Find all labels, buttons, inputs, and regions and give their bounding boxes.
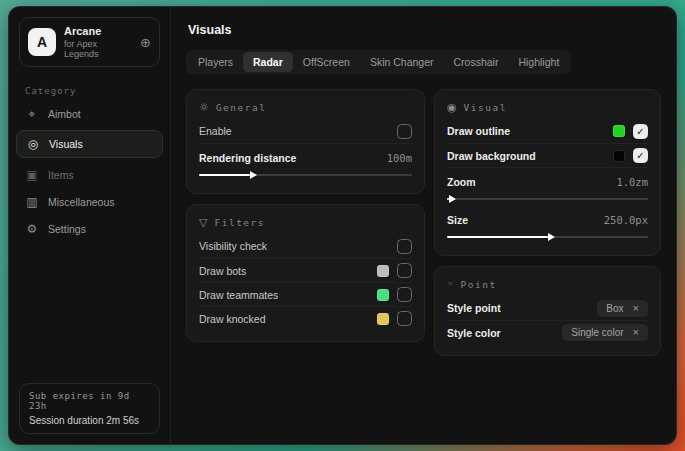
sidebar-nav: ⌖ Aimbot ◎ Visuals ▣ Items ▥ Miscellaneo…: [9, 100, 170, 242]
page-title: Visuals: [188, 23, 661, 37]
style-point-value: Box: [606, 303, 623, 314]
enable-checkbox[interactable]: ✓: [397, 124, 412, 139]
slider-fill[interactable]: [199, 174, 250, 176]
sidebar-item-items[interactable]: ▣ Items: [9, 161, 170, 188]
zoom-label: Zoom: [447, 176, 616, 188]
general-icon: ☼: [199, 101, 209, 114]
items-icon: ▣: [25, 168, 39, 182]
sidebar-spacer: [9, 242, 170, 373]
target-icon[interactable]: ⊕: [140, 35, 151, 50]
point-icon: ◦: [447, 278, 454, 291]
general-panel-header: ☼ General: [199, 101, 412, 114]
sidebar-item-label: Miscellaneous: [48, 196, 115, 208]
style-color-select[interactable]: Single color ×: [562, 324, 648, 341]
point-panel: ◦ Point Style point Box × Style color: [434, 266, 661, 356]
rendering-distance-value: 100m: [387, 152, 412, 164]
style-point-row: Style point Box ×: [447, 296, 648, 320]
tab-skin-changer[interactable]: Skin Changer: [360, 52, 444, 72]
draw-teammates-row: Draw teammates ✓: [199, 282, 412, 306]
sidebar-item-visuals[interactable]: ◎ Visuals: [16, 130, 163, 158]
enable-label: Enable: [199, 125, 389, 137]
app-header-card: A Arcane for Apex Legends ⊕: [19, 17, 160, 67]
visibility-check-checkbox[interactable]: ✓: [397, 239, 412, 254]
right-column: ◉ Visual Draw outline ✓ Draw background …: [434, 89, 661, 366]
size-label: Size: [447, 214, 604, 226]
draw-outline-color-swatch[interactable]: [613, 125, 625, 137]
tab-offscreen[interactable]: OffScreen: [293, 52, 360, 72]
sidebar-item-label: Aimbot: [48, 108, 81, 120]
panel-title: Point: [461, 279, 497, 290]
sub-expires-text: Sub expires in 9d 23h: [29, 391, 150, 411]
rendering-distance-slider[interactable]: [199, 171, 412, 179]
draw-bots-label: Draw bots: [199, 265, 367, 277]
draw-background-color-swatch[interactable]: [613, 150, 625, 162]
size-row: Size 250.0px: [447, 206, 648, 244]
filters-panel-header: ▽ Filters: [199, 216, 412, 229]
app-subtitle: for Apex Legends: [64, 39, 132, 59]
visual-panel-header: ◉ Visual: [447, 101, 648, 114]
draw-bots-row: Draw bots ✓: [199, 258, 412, 282]
slider-track: [447, 198, 648, 200]
visual-panel: ◉ Visual Draw outline ✓ Draw background …: [434, 89, 661, 256]
visuals-icon: ◎: [26, 137, 40, 151]
tab-crosshair[interactable]: Crosshair: [444, 52, 509, 72]
panel-title: General: [216, 102, 267, 113]
session-duration-text: Session duration 2m 56s: [29, 415, 150, 426]
sidebar-item-settings[interactable]: ⚙ Settings: [9, 215, 170, 242]
category-label: Category: [25, 86, 170, 96]
draw-outline-checkbox[interactable]: ✓: [633, 124, 648, 139]
panel-title: Visual: [464, 102, 507, 113]
draw-outline-label: Draw outline: [447, 125, 603, 137]
visibility-check-row: Visibility check ✓: [199, 234, 412, 258]
style-color-label: Style color: [447, 327, 562, 339]
style-point-select[interactable]: Box ×: [597, 300, 648, 317]
zoom-value: 1.0zm: [616, 176, 648, 188]
slider-fill[interactable]: [447, 236, 548, 238]
draw-bots-checkbox[interactable]: ✓: [397, 263, 412, 278]
app-titles: Arcane for Apex Legends: [64, 25, 132, 59]
left-column: ☼ General Enable ✓ Rendering distance 10…: [186, 89, 425, 352]
style-color-row: Style color Single color ×: [447, 320, 648, 344]
sidebar: A Arcane for Apex Legends ⊕ Category ⌖ A…: [9, 7, 171, 444]
draw-background-row: Draw background ✓: [447, 143, 648, 167]
style-color-value: Single color: [571, 327, 623, 338]
panels-grid: ☼ General Enable ✓ Rendering distance 10…: [186, 89, 661, 366]
main-area: Visuals Players Radar OffScreen Skin Cha…: [171, 7, 676, 444]
miscellaneous-icon: ▥: [25, 195, 39, 209]
tab-players[interactable]: Players: [188, 52, 243, 72]
settings-gear-icon: ⚙: [25, 222, 39, 236]
sidebar-item-label: Settings: [48, 223, 86, 235]
sidebar-item-aimbot[interactable]: ⌖ Aimbot: [9, 100, 170, 127]
rendering-distance-label: Rendering distance: [199, 152, 387, 164]
draw-knocked-color-swatch[interactable]: [377, 313, 389, 325]
slider-fill[interactable]: [447, 198, 449, 200]
draw-bots-color-swatch[interactable]: [377, 265, 389, 277]
close-icon[interactable]: ×: [633, 327, 639, 338]
sidebar-item-label: Visuals: [49, 138, 83, 150]
eye-icon: ◉: [447, 101, 457, 114]
size-slider[interactable]: [447, 233, 648, 241]
app-title: Arcane: [64, 25, 132, 37]
draw-teammates-checkbox[interactable]: ✓: [397, 287, 412, 302]
tab-bar: Players Radar OffScreen Skin Changer Cro…: [186, 50, 571, 74]
draw-background-checkbox[interactable]: ✓: [633, 148, 648, 163]
enable-row: Enable ✓: [199, 119, 412, 143]
draw-background-label: Draw background: [447, 150, 603, 162]
tab-radar[interactable]: Radar: [243, 52, 293, 72]
draw-teammates-color-swatch[interactable]: [377, 289, 389, 301]
size-value: 250.0px: [604, 214, 648, 226]
zoom-slider[interactable]: [447, 195, 648, 203]
visibility-check-label: Visibility check: [199, 240, 389, 252]
style-point-label: Style point: [447, 302, 597, 314]
general-panel: ☼ General Enable ✓ Rendering distance 10…: [186, 89, 425, 194]
draw-knocked-checkbox[interactable]: ✓: [397, 311, 412, 326]
zoom-row: Zoom 1.0zm: [447, 167, 648, 206]
aimbot-icon: ⌖: [25, 107, 39, 121]
close-icon[interactable]: ×: [633, 303, 639, 314]
sidebar-item-miscellaneous[interactable]: ▥ Miscellaneous: [9, 188, 170, 215]
point-panel-header: ◦ Point: [447, 278, 648, 291]
filters-panel: ▽ Filters Visibility check ✓ Draw bots ✓: [186, 204, 425, 342]
tab-highlight[interactable]: Highlight: [508, 52, 569, 72]
draw-knocked-row: Draw knocked ✓: [199, 306, 412, 330]
draw-outline-row: Draw outline ✓: [447, 119, 648, 143]
